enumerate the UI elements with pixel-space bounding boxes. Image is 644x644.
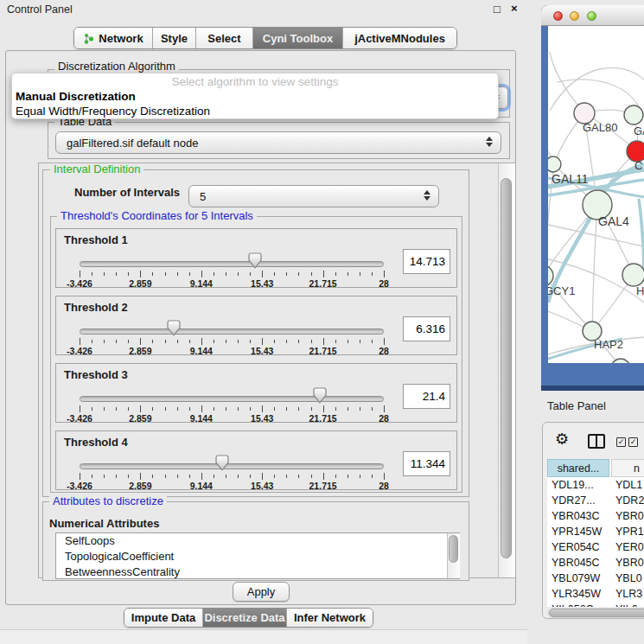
- table-row[interactable]: YLR345WYLR3: [547, 586, 644, 602]
- gear-icon[interactable]: ⚙: [555, 430, 569, 449]
- tab-style[interactable]: Style: [152, 28, 195, 48]
- table-cell[interactable]: YIL052C: [552, 602, 594, 607]
- table-row[interactable]: YBL079WYBL0: [547, 571, 644, 586]
- table-row[interactable]: YBR043CYBR0: [547, 508, 644, 524]
- network-icon: [83, 33, 94, 44]
- column-header-name[interactable]: n: [611, 459, 644, 477]
- number-of-intervals-value: 5: [200, 190, 206, 203]
- table-row[interactable]: YDL19...YDL1: [547, 477, 644, 493]
- node-table[interactable]: shared... n YDL19...YDL1YDR27...YDR2YBR0…: [547, 459, 644, 607]
- table-cell[interactable]: YBR045C: [552, 555, 600, 571]
- table-cell[interactable]: YBR043C: [552, 508, 600, 524]
- table-cell[interactable]: YBR0: [615, 508, 644, 524]
- slider-scale: -3.4262.8599.14415.4321.71528: [80, 481, 384, 491]
- threshold-label: Threshold 3: [64, 368, 128, 381]
- close-window-button[interactable]: ×: [511, 3, 518, 15]
- table-cell[interactable]: YBL079W: [552, 571, 600, 586]
- tick-label: 21.715: [309, 346, 337, 356]
- tab-network[interactable]: Network: [74, 28, 152, 48]
- threshold-value-field[interactable]: 14.713: [403, 249, 450, 274]
- table-cell[interactable]: YIL0: [615, 602, 638, 607]
- checkbox-icon[interactable]: ✓: [628, 437, 638, 447]
- tick-label: 15.43: [251, 346, 273, 356]
- horizontal-scrollbar-thumb[interactable]: [549, 609, 644, 617]
- checkbox-icon[interactable]: ✓: [616, 437, 626, 447]
- interval-definition-group-label: Interval Definition: [50, 163, 143, 175]
- table-cell[interactable]: YDL19...: [552, 477, 594, 493]
- node-label: GAL4: [598, 214, 629, 228]
- node-label: GA: [634, 124, 644, 137]
- threshold-value-field[interactable]: 21.4: [403, 384, 450, 409]
- tick-label: 9.144: [190, 278, 213, 289]
- popup-item-equal-width-frequency[interactable]: Equal Width/Frequency Discretization: [16, 105, 494, 118]
- table-data-combo-value: galFiltered.sif default node: [67, 137, 198, 150]
- table-cell[interactable]: YER0: [615, 539, 644, 555]
- table-row[interactable]: YBR045CYBR0: [547, 555, 644, 571]
- slider-handle[interactable]: [313, 387, 327, 404]
- table-cell[interactable]: YDR2: [615, 493, 644, 508]
- slider-handle[interactable]: [215, 455, 229, 471]
- tab-select[interactable]: Select: [195, 28, 252, 48]
- table-row[interactable]: YIL052CYIL0: [547, 602, 644, 607]
- slider-handle[interactable]: [248, 252, 262, 269]
- slider-scale: -3.4262.8599.14415.4321.71528: [80, 278, 384, 289]
- list-item-betweennesscentrality[interactable]: BetweennessCentrality: [56, 564, 459, 579]
- table-row[interactable]: YPR145WYPR1: [547, 524, 644, 539]
- threshold-value-field[interactable]: 11.344: [403, 451, 450, 476]
- number-of-intervals-combobox[interactable]: 5: [188, 185, 439, 207]
- slider-track[interactable]: [80, 463, 384, 469]
- list-item-topologicalcoefficient[interactable]: TopologicalCoefficient: [56, 549, 459, 564]
- network-view-window: GAL80 GA C GAL11 GAL4 GCY1 H HAP2: [541, 5, 644, 391]
- threshold-value-field[interactable]: 6.316: [403, 316, 450, 341]
- table-cell[interactable]: YBR0: [615, 555, 644, 571]
- bottom-tab-bar: Impute DataDiscretize DataInfer Network: [124, 608, 373, 628]
- tick-label: -3.426: [67, 413, 92, 424]
- attributes-list-scrollbar-thumb[interactable]: [449, 535, 458, 563]
- tick-label: -3.426: [67, 346, 92, 356]
- table-cell[interactable]: YPR145W: [552, 524, 602, 539]
- number-of-intervals-label: Number of Intervals: [74, 186, 180, 199]
- slider-ticks: [80, 338, 384, 345]
- slider-scale: -3.4262.8599.14415.4321.71528: [80, 346, 384, 356]
- table-cell[interactable]: YBL0: [615, 571, 642, 586]
- tab-impute-data[interactable]: Impute Data: [124, 609, 202, 627]
- minimize-traffic-light[interactable]: [570, 11, 579, 21]
- node-label: GCY1: [548, 284, 575, 297]
- network-node: [624, 105, 643, 124]
- vertical-scrollbar-thumb[interactable]: [501, 178, 512, 558]
- table-cell[interactable]: YER054C: [552, 539, 600, 555]
- tab-discretize-data[interactable]: Discretize Data: [202, 609, 286, 627]
- table-row[interactable]: YER054CYER0: [547, 539, 644, 555]
- table-cell[interactable]: YDL1: [615, 477, 642, 493]
- table-cell[interactable]: YDR27...: [552, 493, 596, 508]
- top-tab-bar: NetworkStyleSelectCyni ToolboxjActiveMNo…: [73, 27, 457, 49]
- tab-jactivemnodules[interactable]: jActiveMNodules: [342, 28, 456, 48]
- slider-handle[interactable]: [167, 320, 181, 336]
- table-cell[interactable]: YLR345W: [552, 586, 601, 602]
- split-view-icon[interactable]: [588, 434, 605, 449]
- numerical-attributes-list[interactable]: SelfLoopsTopologicalCoefficientBetweenne…: [55, 532, 460, 579]
- network-window-titlebar[interactable]: [541, 5, 644, 26]
- horizontal-scrollbar[interactable]: [547, 608, 644, 618]
- tick-label: 9.144: [190, 413, 213, 424]
- list-item-selfloops[interactable]: SelfLoops: [56, 533, 459, 549]
- table-cell[interactable]: YLR3: [615, 586, 642, 602]
- slider-track[interactable]: [80, 328, 384, 335]
- table-cell[interactable]: YPR1: [615, 524, 644, 539]
- algorithm-popup-list: Select algorithm to view settings Manual…: [11, 73, 499, 119]
- apply-button[interactable]: Apply: [233, 582, 290, 602]
- slider-track[interactable]: [80, 396, 384, 402]
- tab-infer-network[interactable]: Infer Network: [286, 609, 373, 627]
- slider-track[interactable]: [80, 261, 384, 267]
- popup-item-manual-discretization[interactable]: Manual Discretization: [16, 90, 494, 103]
- tab-cyni-toolbox[interactable]: Cyni Toolbox: [252, 28, 342, 48]
- column-header-shared-name[interactable]: shared...: [547, 459, 609, 477]
- table-data-combobox[interactable]: galFiltered.sif default node: [55, 131, 501, 154]
- table-row[interactable]: YDR27...YDR2: [547, 493, 644, 508]
- close-traffic-light[interactable]: [553, 11, 563, 21]
- zoom-traffic-light[interactable]: [587, 11, 596, 21]
- network-canvas[interactable]: GAL80 GA C GAL11 GAL4 GCY1 H HAP2: [548, 26, 644, 363]
- tab-label: Discretize Data: [204, 611, 284, 624]
- window-title: Control Panel: [7, 3, 73, 16]
- float-window-button[interactable]: □: [494, 3, 501, 16]
